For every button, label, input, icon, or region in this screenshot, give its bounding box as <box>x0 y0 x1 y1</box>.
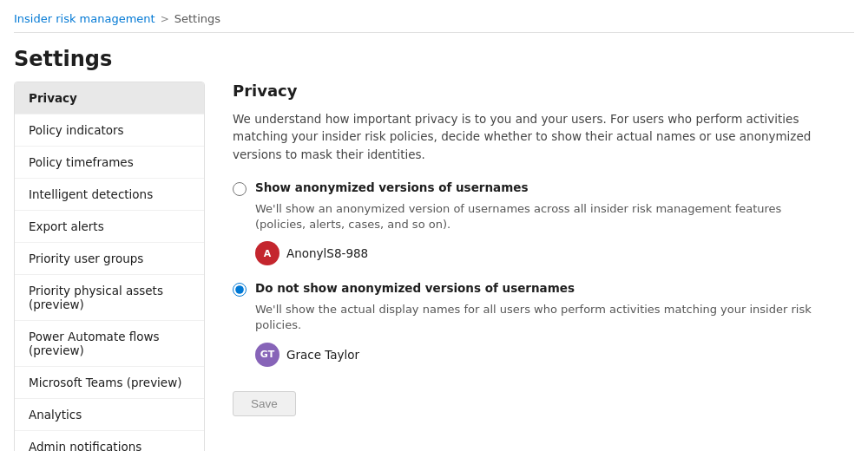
option-group-2: Do not show anonymized versions of usern… <box>233 281 826 366</box>
section-title: Privacy <box>233 82 826 100</box>
radio-not-anonymized[interactable] <box>233 283 247 297</box>
radio-not-anonymized-description: We'll show the actual display names for … <box>255 302 826 333</box>
breadcrumb-parent[interactable]: Insider risk management <box>14 12 155 25</box>
sidebar-item-intelligent-detections[interactable]: Intelligent detections <box>15 179 204 211</box>
radio-option-2[interactable]: Do not show anonymized versions of usern… <box>233 281 826 297</box>
radio-anonymized[interactable] <box>233 182 247 196</box>
content-area: PrivacyPolicy indicatorsPolicy timeframe… <box>14 82 854 451</box>
option-group-1: Show anonymized versions of usernames We… <box>233 180 826 265</box>
sidebar-item-policy-indicators[interactable]: Policy indicators <box>15 114 204 147</box>
breadcrumb-separator: > <box>161 13 169 25</box>
user-name-anonymized: AnonylS8-988 <box>286 246 368 260</box>
page-title: Settings <box>14 33 854 82</box>
sidebar-item-priority-user-groups[interactable]: Priority user groups <box>15 243 204 275</box>
radio-anonymized-label: Show anonymized versions of usernames <box>255 180 528 194</box>
sidebar-item-microsoft-teams[interactable]: Microsoft Teams (preview) <box>15 367 204 399</box>
save-button[interactable]: Save <box>233 391 296 416</box>
sidebar-item-export-alerts[interactable]: Export alerts <box>15 211 204 243</box>
radio-option-1[interactable]: Show anonymized versions of usernames <box>233 180 826 196</box>
sidebar-item-priority-physical-assets[interactable]: Priority physical assets (preview) <box>15 275 204 321</box>
sidebar-item-analytics[interactable]: Analytics <box>15 399 204 431</box>
user-pill-anonymized: A AnonylS8-988 <box>255 241 826 265</box>
user-pill-real: GT Grace Taylor <box>255 343 826 367</box>
main-content: Privacy We understand how important priv… <box>205 82 854 451</box>
privacy-description: We understand how important privacy is t… <box>233 110 823 163</box>
avatar-real: GT <box>255 343 279 367</box>
radio-not-anonymized-label: Do not show anonymized versions of usern… <box>255 281 575 295</box>
avatar-anonymized: A <box>255 241 279 265</box>
sidebar-item-admin-notifications[interactable]: Admin notifications <box>15 431 204 451</box>
breadcrumb: Insider risk management > Settings <box>14 0 854 33</box>
sidebar-item-privacy[interactable]: Privacy <box>15 82 204 114</box>
sidebar-item-policy-timeframes[interactable]: Policy timeframes <box>15 147 204 179</box>
radio-anonymized-description: We'll show an anonymized version of user… <box>255 201 826 232</box>
user-name-real: Grace Taylor <box>286 348 359 362</box>
breadcrumb-current: Settings <box>174 12 220 25</box>
sidebar-item-power-automate-flows[interactable]: Power Automate flows (preview) <box>15 321 204 367</box>
sidebar: PrivacyPolicy indicatorsPolicy timeframe… <box>14 82 205 451</box>
